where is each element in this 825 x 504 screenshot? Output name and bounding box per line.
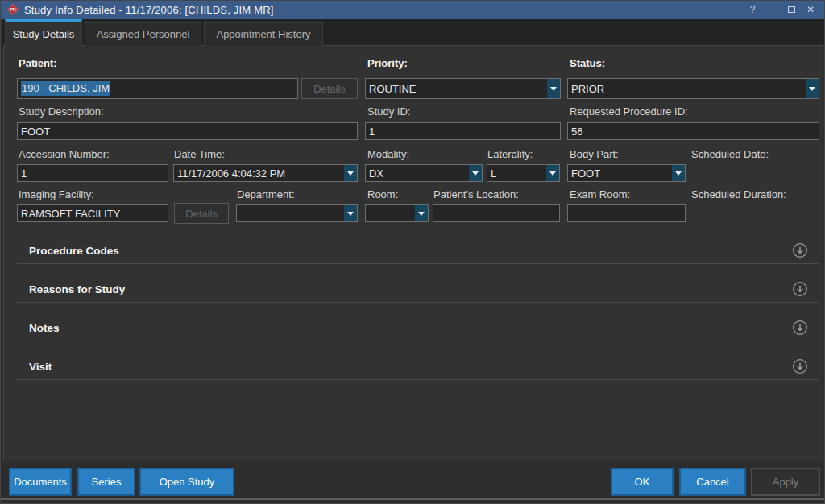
date-time-combo[interactable]: 11/17/2006 4:04:32 PM	[173, 164, 358, 182]
section-procedure-codes[interactable]: Procedure Codes	[17, 239, 819, 262]
patient-details-button[interactable]: Details	[301, 78, 358, 99]
department-dropdown-button[interactable]	[344, 205, 357, 221]
date-time-label: Date Time:	[174, 148, 225, 160]
study-description-label: Study Description:	[19, 105, 104, 118]
requested-procedure-id-label: Requested Procedure ID:	[570, 105, 688, 118]
requested-procedure-id-input[interactable]: 56	[567, 122, 819, 140]
section-visit-label: Visit	[17, 361, 52, 373]
imaging-facility-value: RAMSOFT FACILITY	[21, 208, 120, 220]
status-combo[interactable]: PRIOR	[567, 78, 819, 99]
exam-room-label: Exam Room:	[570, 188, 630, 200]
laterality-value: L	[487, 167, 546, 180]
status-value: PRIOR	[568, 83, 806, 95]
maximize-glyph	[788, 6, 795, 13]
date-time-value: 11/17/2006 4:04:32 PM	[174, 167, 344, 180]
tab-assigned-personnel[interactable]: Assigned Personnel	[85, 22, 201, 46]
app-icon: PR	[7, 4, 19, 15]
room-combo[interactable]	[365, 204, 429, 222]
section-divider	[17, 263, 819, 264]
accession-number-value: 1	[21, 167, 27, 180]
patient-label: Patient:	[19, 57, 57, 69]
patients-location-label: Patient's Location:	[433, 188, 519, 200]
room-label: Room:	[367, 188, 398, 200]
laterality-combo[interactable]: L	[487, 164, 560, 182]
titlebar[interactable]: PR Study Info Detailed - 11/17/2006: [CH…	[1, 1, 824, 19]
scheduled-duration-label: Scheduled Duration:	[691, 188, 786, 200]
laterality-label: Laterality:	[487, 148, 533, 160]
patients-location-input[interactable]	[433, 204, 560, 222]
series-button[interactable]: Series	[77, 468, 135, 496]
help-icon[interactable]: ?	[747, 2, 758, 17]
imaging-facility-input[interactable]: RAMSOFT FACILITY	[17, 204, 168, 222]
window-title: Study Info Detailed - 11/17/2006: [CHILD…	[24, 4, 274, 16]
chevron-down-icon	[809, 87, 815, 91]
accession-number-input[interactable]: 1	[17, 164, 168, 182]
body-part-combo[interactable]: FOOT	[567, 164, 686, 182]
section-reasons-for-study-label: Reasons for Study	[17, 283, 125, 295]
maximize-icon[interactable]	[786, 2, 797, 17]
department-combo[interactable]	[236, 204, 358, 222]
study-description-input[interactable]: FOOT	[17, 122, 358, 140]
study-description-value: FOOT	[21, 126, 50, 138]
minimize-icon[interactable]: –	[766, 2, 777, 17]
tab-appointment-history[interactable]: Appointment History	[204, 22, 323, 46]
window-controls: ? – ✕	[747, 2, 819, 17]
chevron-down-icon	[550, 87, 557, 91]
study-id-value: 1	[369, 126, 375, 138]
body-part-value: FOOT	[568, 167, 672, 180]
status-label: Status:	[570, 57, 605, 69]
tab-study-details[interactable]: Study Details	[5, 19, 82, 46]
priority-label: Priority:	[367, 57, 408, 69]
scheduled-date-label: Scheduled Date:	[691, 148, 769, 160]
open-study-button[interactable]: Open Study	[139, 468, 234, 496]
patient-input[interactable]: 190 - CHILDS, JIM	[17, 78, 298, 99]
expand-down-icon[interactable]	[792, 281, 808, 297]
section-procedure-codes-label: Procedure Codes	[17, 245, 119, 257]
accession-number-label: Accession Number:	[19, 148, 110, 160]
text-cursor	[110, 82, 110, 95]
section-reasons-for-study[interactable]: Reasons for Study	[17, 278, 819, 300]
chevron-down-icon	[675, 171, 682, 176]
chevron-down-icon	[549, 171, 556, 176]
imaging-facility-label: Imaging Facility:	[19, 188, 94, 200]
department-label: Department:	[237, 188, 295, 200]
section-divider	[17, 379, 819, 380]
study-info-detailed-dialog: PR Study Info Detailed - 11/17/2006: [CH…	[0, 0, 825, 504]
status-dropdown-button[interactable]	[806, 79, 819, 98]
body-part-dropdown-button[interactable]	[672, 165, 685, 181]
section-notes-label: Notes	[17, 322, 60, 334]
patient-value-selected: 190 - CHILDS, JIM	[21, 81, 110, 96]
chevron-down-icon	[472, 171, 479, 176]
chevron-down-icon	[347, 212, 354, 216]
priority-dropdown-button[interactable]	[547, 79, 560, 98]
imaging-facility-details-button[interactable]: Details	[174, 203, 229, 224]
modality-dropdown-button[interactable]	[469, 165, 482, 181]
exam-room-input[interactable]	[567, 204, 686, 222]
chevron-down-icon	[347, 171, 354, 176]
room-dropdown-button[interactable]	[415, 205, 428, 221]
study-id-input[interactable]: 1	[365, 122, 561, 140]
documents-button[interactable]: Documents	[9, 468, 72, 496]
ok-button[interactable]: OK	[611, 468, 674, 496]
section-divider	[17, 341, 819, 341]
study-id-label: Study ID:	[367, 105, 410, 118]
laterality-dropdown-button[interactable]	[546, 165, 559, 181]
modality-label: Modality:	[367, 148, 409, 160]
app-icon-text: PR	[10, 8, 16, 12]
modality-combo[interactable]: DX	[365, 164, 483, 182]
cancel-button[interactable]: Cancel	[679, 468, 746, 496]
priority-value: ROUTINE	[366, 83, 547, 95]
close-icon[interactable]: ✕	[805, 2, 816, 17]
expand-down-icon[interactable]	[792, 320, 808, 336]
priority-combo[interactable]: ROUTINE	[365, 78, 561, 99]
window-bottom-edge	[1, 498, 825, 500]
date-time-dropdown-button[interactable]	[344, 165, 357, 181]
chevron-down-icon	[418, 212, 425, 216]
section-notes[interactable]: Notes	[17, 316, 819, 339]
section-visit[interactable]: Visit	[17, 355, 819, 378]
apply-button[interactable]: Apply	[751, 468, 820, 496]
body-part-label: Body Part:	[570, 148, 619, 160]
modality-value: DX	[366, 167, 469, 180]
expand-down-icon[interactable]	[792, 242, 808, 258]
expand-down-icon[interactable]	[792, 358, 808, 374]
